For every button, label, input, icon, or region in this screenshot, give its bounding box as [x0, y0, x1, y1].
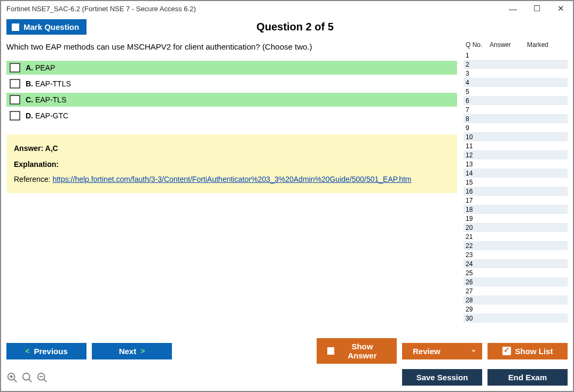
previous-button[interactable]: < Previous	[6, 343, 87, 359]
checkbox-checked-icon	[502, 347, 511, 355]
qlist-row[interactable]: 21	[463, 232, 568, 241]
qlist-number: 21	[466, 233, 490, 241]
reference-link[interactable]: https://help.fortinet.com/fauth/3-3/Cont…	[52, 175, 411, 183]
option-checkbox[interactable]	[10, 79, 20, 89]
header-marked: Marked	[527, 41, 565, 49]
previous-label: Previous	[34, 347, 67, 356]
qlist-row[interactable]: 20	[463, 223, 568, 232]
qlist-row[interactable]: 2	[463, 60, 568, 69]
qlist-row[interactable]: 1	[463, 51, 568, 60]
qlist-row[interactable]: 7	[463, 105, 568, 114]
topbar: Mark Question Question 2 of 5	[1, 16, 573, 40]
qlist-row[interactable]: 22	[463, 241, 568, 250]
qlist-row[interactable]: 14	[463, 169, 568, 178]
app-window: Fortinet NSE7_SAC-6.2 (Fortinet NSE 7 - …	[0, 0, 574, 392]
qlist-row[interactable]: 23	[463, 250, 568, 259]
content: Which two EAP methods can use MSCHAPV2 f…	[1, 40, 573, 333]
next-label: Next	[119, 347, 137, 356]
review-button[interactable]: Review	[402, 343, 482, 359]
qlist-row[interactable]: 6	[463, 96, 568, 105]
options-list: A. PEAPB. EAP-TTLSC. EAP-TLSD. EAP-GTC	[6, 61, 457, 123]
qlist-row[interactable]: 4	[463, 78, 568, 87]
option-A[interactable]: A. PEAP	[6, 61, 457, 75]
qlist-row[interactable]: 27	[463, 286, 568, 295]
minimize-button[interactable]: —	[501, 2, 525, 15]
qlist-number: 8	[466, 115, 490, 123]
qlist-row[interactable]: 19	[463, 214, 568, 223]
qlist-number: 3	[466, 70, 490, 77]
zoom-reset-icon[interactable]	[21, 372, 33, 383]
window-title: Fortinet NSE7_SAC-6.2 (Fortinet NSE 7 - …	[6, 5, 196, 13]
qlist-row[interactable]: 5	[463, 87, 568, 96]
svg-line-7	[44, 379, 47, 382]
qlist-row[interactable]: 16	[463, 187, 568, 196]
mark-question-button[interactable]: Mark Question	[6, 19, 87, 35]
qlist-number: 19	[466, 215, 490, 222]
qlist-number: 23	[466, 251, 490, 259]
qlist-row[interactable]: 9	[463, 123, 568, 132]
chevron-left-icon: <	[25, 347, 29, 355]
header-answer: Answer	[490, 41, 527, 49]
qlist-row[interactable]: 10	[463, 132, 568, 141]
qlist-row[interactable]: 8	[463, 114, 568, 123]
qlist-number: 18	[466, 206, 490, 213]
qlist-row[interactable]: 13	[463, 159, 568, 169]
next-button[interactable]: Next >	[92, 343, 172, 359]
header-qno: Q No.	[466, 41, 490, 49]
main-column: Which two EAP methods can use MSCHAPV2 f…	[6, 40, 457, 333]
zoom-controls	[6, 372, 48, 383]
qlist-number: 14	[466, 170, 490, 177]
show-answer-label: Show Answer	[339, 342, 386, 360]
option-text: A. PEAP	[26, 63, 55, 72]
qlist-row[interactable]: 3	[463, 69, 568, 78]
qlist-row[interactable]: 26	[463, 277, 568, 286]
qlist-row[interactable]: 25	[463, 268, 568, 277]
question-counter: Question 2 of 5	[87, 21, 568, 33]
qlist-row[interactable]: 18	[463, 205, 568, 214]
svg-line-5	[29, 379, 32, 382]
end-exam-label: End Exam	[508, 373, 547, 382]
show-list-label: Show List	[515, 347, 553, 356]
qlist-header: Q No. Answer Marked	[463, 40, 568, 51]
qlist-number: 15	[466, 179, 490, 186]
chevron-right-icon: >	[140, 347, 145, 355]
zoom-out-icon[interactable]	[36, 372, 48, 383]
option-checkbox[interactable]	[10, 95, 20, 105]
option-D[interactable]: D. EAP-GTC	[6, 109, 457, 123]
zoom-in-icon[interactable]	[6, 372, 18, 383]
question-list-panel: Q No. Answer Marked 12345678910111213141…	[463, 40, 568, 333]
option-checkbox[interactable]	[10, 63, 20, 73]
qlist-number: 1	[466, 52, 490, 59]
close-button[interactable]: ✕	[549, 2, 573, 15]
mark-question-label: Mark Question	[23, 22, 79, 31]
show-answer-button[interactable]: Show Answer	[317, 338, 397, 364]
end-exam-button[interactable]: End Exam	[487, 369, 568, 386]
bottombar: < Previous Next > Show Answer Review Sho…	[1, 333, 573, 391]
qlist-number: 11	[466, 142, 490, 150]
qlist-row[interactable]: 12	[463, 150, 568, 159]
explanation-label: Explanation:	[14, 160, 450, 169]
option-checkbox[interactable]	[10, 111, 20, 121]
qlist-row[interactable]: 11	[463, 141, 568, 150]
save-session-label: Save Session	[416, 373, 468, 382]
option-B[interactable]: B. EAP-TTLS	[6, 77, 457, 91]
qlist-row[interactable]: 15	[463, 178, 568, 187]
show-list-button[interactable]: Show List	[487, 343, 568, 359]
qlist-row[interactable]: 17	[463, 196, 568, 205]
button-row-2: Save Session End Exam	[6, 369, 568, 386]
qlist-number: 16	[466, 188, 490, 195]
option-C[interactable]: C. EAP-TLS	[6, 93, 457, 107]
qlist-row[interactable]: 24	[463, 259, 568, 268]
qlist-row[interactable]: 28	[463, 295, 568, 305]
qlist-row[interactable]: 30	[463, 314, 568, 323]
qlist-number: 26	[466, 278, 490, 286]
qlist-number: 10	[466, 133, 490, 141]
qlist-body[interactable]: 1234567891011121314151617181920212223242…	[463, 51, 568, 333]
qlist-number: 30	[466, 315, 490, 322]
review-label: Review	[413, 347, 441, 356]
checkbox-icon	[327, 347, 334, 355]
qlist-row[interactable]: 29	[463, 305, 568, 314]
option-text: D. EAP-GTC	[26, 111, 68, 120]
save-session-button[interactable]: Save Session	[402, 369, 482, 386]
maximize-button[interactable]: ☐	[525, 2, 549, 15]
